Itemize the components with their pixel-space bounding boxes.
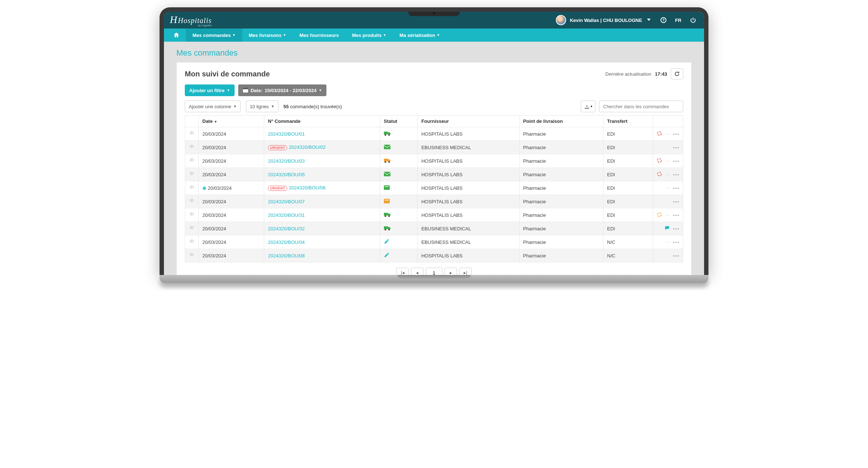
order-link[interactable]: 2024320/BOU/32 [268, 226, 304, 231]
col-order-no[interactable]: N° Commande [264, 116, 380, 127]
help-button[interactable]: ? [658, 15, 669, 25]
view-row-button[interactable] [185, 208, 199, 222]
row-more-button[interactable]: ⋯ [673, 224, 679, 233]
row-more-button[interactable]: ⋯ [673, 143, 679, 151]
locale-switch[interactable]: FR [675, 18, 681, 23]
svg-rect-31 [384, 199, 390, 203]
row-more-button[interactable]: ⋯ [673, 170, 679, 178]
download-button[interactable]: ▾ [581, 101, 595, 112]
order-link[interactable]: 2024320/BOU/06 [289, 185, 325, 190]
cell-date: 20/03/2024 [199, 127, 264, 141]
order-link[interactable]: 2024320/BOU/05 [268, 172, 304, 177]
cell-order: 2024320/BOU/31 [264, 208, 380, 222]
table-row[interactable]: 20/03/2024 2024320/BOU/01 HOSPITALIS LAB… [185, 127, 683, 141]
col-status[interactable]: Statut [380, 116, 418, 127]
pager: |◂ ◂ ▸ ▸| [185, 268, 683, 275]
order-link[interactable]: 2024320/BOU/31 [268, 212, 304, 218]
table-row[interactable]: ⊕20/03/2024 URGENT2024320/BOU/06 HOSPITA… [185, 181, 683, 195]
pager-input[interactable] [426, 268, 442, 275]
svg-rect-3 [243, 88, 248, 89]
calendar-icon [243, 87, 248, 94]
pager-prev[interactable]: ◂ [411, 268, 423, 275]
col-transfer[interactable]: Transfert [603, 116, 653, 127]
svg-point-7 [191, 132, 192, 133]
cell-date: 20/03/2024 [199, 222, 264, 235]
cell-date: 20/03/2024 [199, 141, 264, 154]
pager-next[interactable]: ▸ [445, 268, 457, 275]
cell-transfer: EDI [603, 168, 653, 181]
table-row[interactable]: 20/03/2024 2024320/BOU/31 HOSPITALIS LAB… [185, 208, 683, 222]
view-row-button[interactable] [185, 127, 199, 141]
view-row-button[interactable] [185, 154, 199, 168]
view-row-button[interactable] [185, 195, 199, 208]
status-icon [384, 144, 391, 150]
view-row-button[interactable] [185, 249, 199, 263]
table-row[interactable]: 20/03/2024 2024320/BOU/03 HOSPITALIS LAB… [185, 154, 683, 168]
pager-last[interactable]: ▸| [459, 268, 472, 275]
table-row[interactable]: 20/03/2024 2024320/BOU/07 HOSPITALIS LAB… [185, 195, 683, 208]
row-more-button[interactable]: ⋯ [673, 157, 679, 165]
view-row-button[interactable] [185, 141, 199, 154]
view-row-button[interactable] [185, 235, 199, 249]
add-column-select[interactable]: Ajouter une colonne ▼ [185, 101, 241, 112]
col-delivery[interactable]: Point de livraison [519, 116, 603, 127]
cell-order: 2024320/BOU/04 [264, 235, 380, 249]
row-more-button[interactable]: ⋯ [673, 197, 679, 205]
row-more-button[interactable]: ⋯ [673, 252, 679, 260]
col-date[interactable]: Date ▼ [199, 116, 264, 127]
order-link[interactable]: 2024320/BOU/02 [289, 144, 325, 150]
cell-status [380, 222, 418, 235]
svg-rect-17 [384, 159, 388, 162]
view-row-button[interactable] [185, 168, 199, 181]
table-row[interactable]: 20/03/2024 2024320/BOU/08 HOSPITALIS LAB… [185, 249, 683, 263]
cell-delivery: Pharmacie [519, 222, 603, 235]
logout-button[interactable] [688, 15, 698, 25]
cell-status [380, 141, 418, 154]
refresh-button[interactable] [671, 68, 683, 79]
table-row[interactable]: 20/03/2024 2024320/BOU/32 EBUSINESS MEDI… [185, 222, 683, 235]
svg-point-13 [191, 146, 192, 147]
row-more-button[interactable]: ⋯ [673, 184, 679, 192]
cell-date: 20/03/2024 [199, 249, 264, 263]
row-more-button[interactable]: ⋯ [673, 238, 679, 246]
nav-item-3[interactable]: Mes produits▼ [345, 29, 393, 42]
status-icon [384, 171, 391, 177]
order-link[interactable]: 2024320/BOU/03 [268, 158, 304, 164]
row-more-button[interactable]: ⋯ [673, 211, 679, 219]
cell-order: 2024320/BOU/07 [264, 195, 380, 208]
order-link[interactable]: 2024320/BOU/01 [268, 131, 304, 137]
add-filter-button[interactable]: Ajouter un filtre ▼ [185, 84, 235, 96]
row-more-button[interactable]: ⋯ [673, 130, 679, 138]
table-row[interactable]: 20/03/2024 2024320/BOU/04 EBUSINESS MEDI… [185, 235, 683, 249]
svg-rect-41 [384, 226, 388, 229]
nav-item-2[interactable]: Mes fournisseurs [293, 29, 345, 42]
svg-text:?: ? [662, 18, 665, 22]
nav-item-0[interactable]: Mes commandes▼ [186, 29, 242, 42]
table-row[interactable]: 20/03/2024 2024320/BOU/05 HOSPITALIS LAB… [185, 168, 683, 181]
nav-home[interactable] [167, 29, 186, 42]
search-input[interactable] [599, 101, 683, 112]
brand-logo[interactable]: H Hospitalis by Cegedim [170, 14, 212, 27]
alert-icon [657, 131, 662, 137]
view-row-button[interactable] [185, 181, 199, 195]
pager-first[interactable]: |◂ [396, 268, 409, 275]
rows-per-page-select[interactable]: 10 lignes ▼ [246, 101, 278, 112]
rows-label: 10 lignes [250, 104, 269, 109]
cell-transfer: EDI [603, 127, 653, 141]
cell-delivery: Pharmacie [519, 141, 603, 154]
nav-item-4[interactable]: Ma sérialisation▼ [393, 29, 446, 42]
cell-supplier: EBUSINESS MEDICAL [418, 222, 519, 235]
col-supplier[interactable]: Fournisseur [418, 116, 519, 127]
nav-item-1[interactable]: Mes livraisons▼ [242, 29, 293, 42]
status-icon [384, 226, 391, 231]
order-link[interactable]: 2024320/BOU/04 [268, 239, 304, 245]
date-filter-button[interactable]: Date: 15/03/2024 - 22/03/2024 ▼ [238, 84, 326, 96]
order-link[interactable]: 2024320/BOU/08 [268, 253, 304, 258]
order-link[interactable]: 2024320/BOU/07 [268, 199, 304, 204]
view-row-button[interactable] [185, 222, 199, 235]
user-menu[interactable]: Kevin Wallas | CHU BOULOGNE [556, 15, 651, 25]
expand-icon[interactable]: ⊕ [202, 185, 206, 191]
table-row[interactable]: 20/03/2024 URGENT2024320/BOU/02 EBUSINES… [185, 141, 683, 154]
cell-order: 2024320/BOU/03 [264, 154, 380, 168]
date-filter-label: Date: [251, 88, 263, 93]
